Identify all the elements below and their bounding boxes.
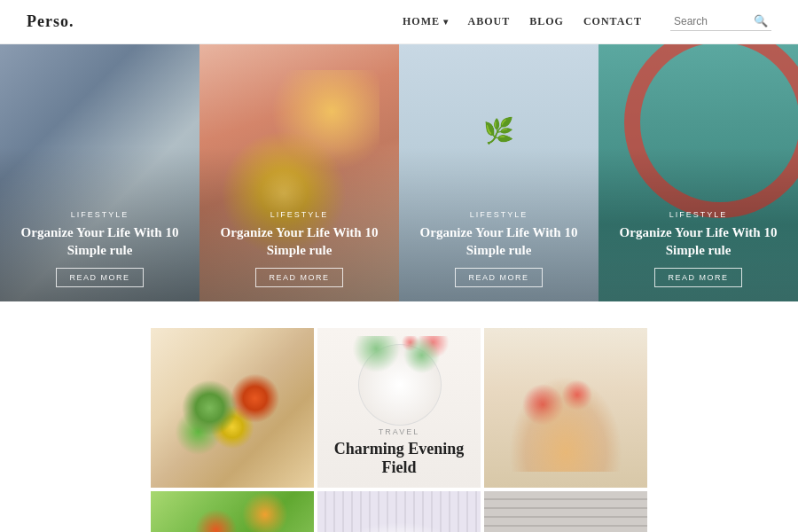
- grid-center-title: Charming Evening Field: [326, 440, 472, 477]
- grid-cell-vegetables[interactable]: [151, 328, 314, 488]
- grid-cell-cloth-bg: [317, 491, 481, 532]
- grid-cell-salad-bg: [151, 491, 314, 532]
- hero-card-3[interactable]: 🌿 LIFESTYLE Organize Your Life With 10 S…: [399, 44, 598, 301]
- grid-cell-stripes[interactable]: [484, 491, 647, 532]
- grid-center-category: TRAVEL: [326, 427, 472, 436]
- hero-section: LIFESTYLE Organize Your Life With 10 Sim…: [0, 44, 798, 301]
- grid-cell-cloth[interactable]: [317, 491, 481, 532]
- hero-card-4-category: LIFESTYLE: [611, 210, 786, 219]
- hero-card-4[interactable]: LIFESTYLE Organize Your Life With 10 Sim…: [598, 44, 798, 301]
- nav-blog[interactable]: BLOG: [529, 15, 564, 28]
- hero-card-2-title: Organize Your Life With 10 Simple rule: [212, 224, 387, 259]
- search-input[interactable]: [674, 15, 754, 27]
- grid-cell-pancakes[interactable]: [484, 328, 647, 488]
- grid-row-1: TRAVEL Charming Evening Field: [151, 328, 647, 488]
- hero-card-3-category: LIFESTYLE: [411, 210, 586, 219]
- hero-card-1-overlay: LIFESTYLE Organize Your Life With 10 Sim…: [0, 196, 200, 301]
- grid-cell-stripes-bg: [484, 491, 647, 532]
- grid-cell-vegetables-bg: [151, 328, 314, 488]
- hero-card-1-category: LIFESTYLE: [12, 210, 187, 219]
- hero-card-2-btn[interactable]: Read More: [255, 268, 342, 287]
- grid-cell-salad[interactable]: [151, 491, 314, 532]
- hero-card-4-btn[interactable]: Read More: [654, 268, 741, 287]
- hero-card-2[interactable]: LIFESTYLE Organize Your Life With 10 Sim…: [200, 44, 399, 301]
- hero-card-2-category: LIFESTYLE: [212, 210, 387, 219]
- grid-cell-center-feature[interactable]: TRAVEL Charming Evening Field: [317, 328, 481, 488]
- site-header: Perso. HOME ABOUT BLOG CONTACT 🔍: [0, 0, 798, 44]
- main-nav: HOME ABOUT BLOG CONTACT 🔍: [403, 12, 771, 31]
- hero-card-3-overlay: LIFESTYLE Organize Your Life With 10 Sim…: [399, 196, 598, 301]
- plant-icon: 🌿: [483, 116, 514, 145]
- site-logo: Perso.: [27, 12, 74, 31]
- nav-about[interactable]: ABOUT: [468, 15, 511, 28]
- grid-row-2: [151, 491, 647, 532]
- nav-home[interactable]: HOME: [403, 15, 449, 28]
- search-icon[interactable]: 🔍: [754, 14, 768, 28]
- hero-card-2-overlay: LIFESTYLE Organize Your Life With 10 Sim…: [200, 196, 399, 301]
- hero-card-4-overlay: LIFESTYLE Organize Your Life With 10 Sim…: [598, 196, 798, 301]
- grid-center-card-text: TRAVEL Charming Evening Field: [317, 417, 481, 488]
- hero-card-1-title: Organize Your Life With 10 Simple rule: [12, 224, 187, 259]
- hero-card-3-btn[interactable]: Read More: [455, 268, 542, 287]
- hero-card-1-btn[interactable]: Read More: [56, 268, 143, 287]
- hero-card-4-title: Organize Your Life With 10 Simple rule: [611, 224, 786, 259]
- nav-contact[interactable]: CONTACT: [583, 15, 642, 28]
- hero-card-1[interactable]: LIFESTYLE Organize Your Life With 10 Sim…: [0, 44, 200, 301]
- bottom-section: TRAVEL Charming Evening Field: [0, 301, 798, 532]
- grid-cell-pancakes-bg: [484, 328, 647, 488]
- hero-card-3-title: Organize Your Life With 10 Simple rule: [411, 224, 586, 259]
- search-wrap: 🔍: [670, 12, 771, 31]
